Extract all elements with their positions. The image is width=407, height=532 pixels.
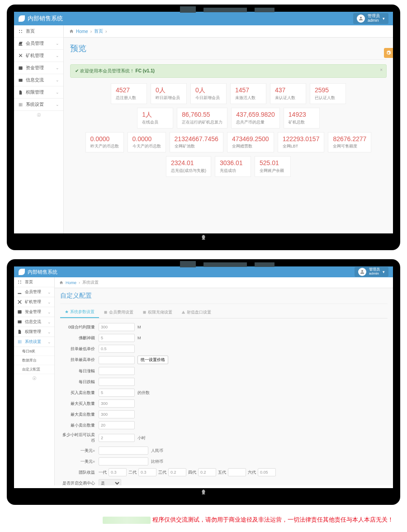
sidebar: 首页 会员管理⌄ 矿机管理⌄ 资金管理⌄ 信息交流⌄ 权限管理⌄ 系统设置⌄ ⦿ — [14, 25, 64, 233]
svg-point-0 — [19, 30, 20, 31]
max-price-input[interactable] — [99, 356, 135, 364]
stat-card: 3036.01充值成功 — [215, 156, 251, 177]
min-sell-input[interactable] — [99, 421, 135, 429]
chevron-down-icon: ⌄ — [56, 90, 59, 95]
stat-card: 437未认证人数 — [270, 83, 306, 104]
team-gen-input[interactable] — [168, 468, 186, 476]
user-menu[interactable]: 管理员admin ▾ — [355, 267, 388, 277]
stat-card: 437,659.9820总共产币的总量 — [231, 108, 280, 128]
avatar-icon — [357, 14, 365, 23]
close-icon[interactable]: × — [380, 67, 383, 72]
sidebar-collapse-button[interactable]: ⦿ — [14, 111, 63, 119]
leaf-icon — [19, 15, 25, 22]
team-gen-input[interactable] — [228, 468, 246, 476]
level0-limit-input[interactable] — [99, 323, 135, 331]
stat-card: 0.0000今天产的币总数 — [128, 132, 166, 153]
sidebar-item-perm[interactable]: 权限管理⌄ — [14, 86, 63, 99]
sidebar-item-home[interactable]: 首页 — [14, 25, 63, 38]
stat-card: 4527总注册人数 — [111, 83, 147, 104]
leaf-icon — [19, 269, 25, 275]
sidebar: 首页 会员管理⌄ 矿机管理⌄ 资金管理⌄ 信息交流⌄ 权限管理⌄ 系统设置⌄ 每… — [14, 277, 55, 485]
svg-point-8 — [18, 283, 19, 284]
user-menu[interactable]: 管理员 admin ▾ — [353, 13, 388, 24]
topbar: 内部销售系统 管理员admin ▾ — [14, 266, 393, 277]
sidebar-item-settings[interactable]: 系统设置⌄ — [14, 99, 63, 111]
tab-dial[interactable]: 射值盘口设置 — [177, 307, 216, 318]
chevron-down-icon: ⌄ — [56, 66, 59, 70]
sidebar-item-home[interactable]: 首页 — [14, 277, 54, 287]
svg-point-3 — [21, 32, 22, 33]
svg-point-7 — [20, 280, 21, 281]
unify-price-button[interactable]: 统一设置价格 — [137, 356, 168, 364]
sell-delay-input[interactable] — [99, 434, 135, 442]
page-title: 自定义配置 — [55, 288, 393, 304]
stats-row-2: 1人在线会员86,760.55正在运行的矿机总算力437,659.9820总共产… — [82, 108, 375, 128]
sidebar-sub-daily[interactable]: 每日B奖 — [14, 347, 54, 356]
foqi-input[interactable] — [99, 334, 135, 342]
sidebar-item-member[interactable]: 会员管理⌄ — [14, 38, 63, 50]
stat-card: 82676.2277全网可售额度 — [328, 132, 371, 153]
svg-rect-4 — [19, 66, 22, 69]
settings-drawer-button[interactable] — [384, 48, 393, 58]
sidebar-sub-custom[interactable]: 自定义配置 — [14, 365, 54, 374]
trade-step-input[interactable] — [99, 389, 135, 397]
stats-row-3: 0.0000昨天产的币总数0.0000今天产的币总数21324667.7456全… — [82, 132, 375, 153]
svg-rect-12 — [104, 311, 107, 314]
team-gen-input[interactable] — [138, 468, 156, 476]
team-gen-input[interactable] — [198, 468, 216, 476]
home-icon — [59, 280, 63, 285]
breadcrumb: Home › 首页 › — [64, 25, 393, 38]
chevron-down-icon: ⌄ — [56, 41, 59, 46]
sidebar-collapse-button[interactable]: ⦿ — [14, 374, 54, 383]
user-name: admin — [368, 19, 380, 23]
daily-fall-input[interactable] — [99, 378, 135, 386]
sidebar-item-settings[interactable]: 系统设置⌄ — [14, 337, 54, 347]
usd-cny-input[interactable] — [99, 446, 148, 455]
svg-point-6 — [18, 280, 19, 281]
stat-card: 2595已认证人数 — [310, 83, 346, 104]
breadcrumb-page[interactable]: 首页 — [94, 28, 103, 34]
chevron-down-icon: ▾ — [383, 270, 385, 274]
svg-rect-13 — [143, 311, 146, 314]
sidebar-sub-db[interactable]: 数据库台 — [14, 356, 54, 365]
tab-perm-store[interactable]: 权限充储设置 — [138, 307, 177, 318]
brand: 内部销售系统 — [19, 14, 63, 23]
svg-point-9 — [20, 283, 21, 284]
max-buy-input[interactable] — [99, 399, 135, 408]
stat-card: 0人今日新增会员 — [190, 83, 227, 104]
chevron-down-icon: ▾ — [383, 16, 385, 21]
sidebar-item-fund[interactable]: 资金管理⌄ — [14, 307, 54, 317]
team-profit-group: 一代二代三代四代五代六代 — [99, 468, 276, 476]
min-price-input[interactable] — [99, 345, 135, 353]
tab-member-fee[interactable]: 会员费用设置 — [99, 307, 138, 318]
daily-rise-input[interactable] — [99, 367, 135, 375]
sidebar-item-miner[interactable]: 矿机管理⌄ — [14, 50, 63, 62]
breadcrumb-home[interactable]: Home — [76, 29, 88, 34]
sidebar-item-info[interactable]: 信息交流⌄ — [14, 74, 63, 86]
team-gen-input[interactable] — [258, 468, 276, 476]
enable-trade-select[interactable]: 是 — [99, 479, 121, 485]
page-title: 预览 — [64, 38, 393, 59]
stat-card: 1457未激活人数 — [230, 83, 266, 104]
svg-rect-10 — [18, 310, 21, 314]
tab-system-params[interactable]: 系统参数设置 — [60, 307, 99, 318]
sidebar-item-fund[interactable]: 资金管理⌄ — [14, 62, 63, 74]
sidebar-item-miner[interactable]: 矿机管理⌄ — [14, 297, 54, 307]
max-sell-input[interactable] — [99, 410, 135, 418]
svg-rect-5 — [19, 79, 22, 81]
team-gen-input[interactable] — [109, 468, 127, 476]
usd-btc-input[interactable] — [99, 457, 148, 466]
stat-card: 0.0000昨天产的币总数 — [85, 132, 124, 153]
chevron-down-icon: ⌄ — [56, 102, 59, 107]
chevron-down-icon: ⌄ — [56, 53, 59, 58]
chevron-down-icon: ⌄ — [56, 78, 59, 82]
svg-point-1 — [21, 30, 22, 31]
disclaimer: 程序仅供交流测试，请勿用于商业途径及非法运营，一切法律责任其他责任与本人本店无关… — [5, 514, 402, 527]
stat-card: 122293.0157全网LBT — [278, 132, 325, 153]
svg-point-2 — [19, 32, 20, 33]
sidebar-item-member[interactable]: 会员管理⌄ — [14, 287, 54, 297]
config-tabs: 系统参数设置 会员费用设置 权限充储设置 射值盘口设置 — [60, 307, 388, 318]
sidebar-item-perm[interactable]: 权限管理⌄ — [14, 327, 54, 337]
breadcrumb: Home › 系统设置 — [55, 277, 393, 288]
sidebar-item-info[interactable]: 信息交流⌄ — [14, 317, 54, 327]
